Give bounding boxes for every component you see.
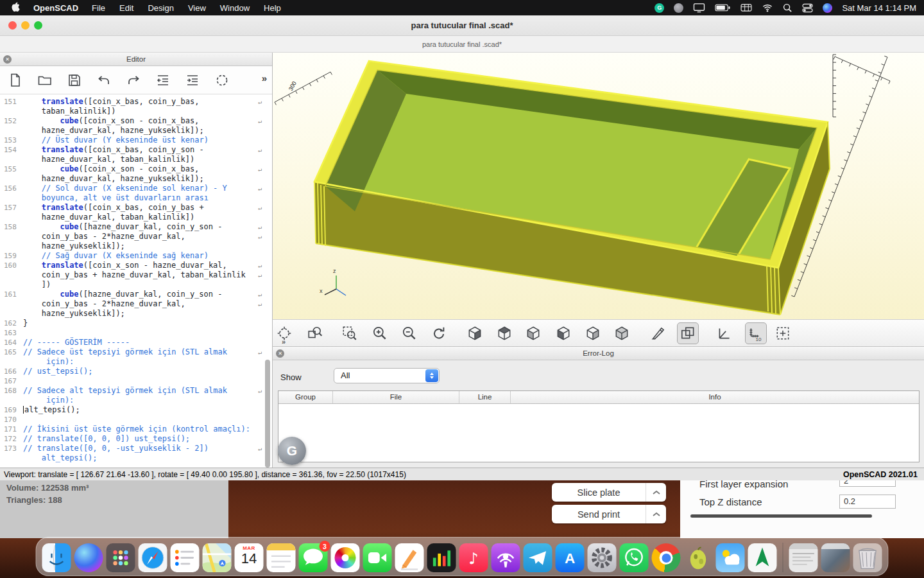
- show-crosshairs-button[interactable]: [772, 322, 794, 344]
- orthogonal-button[interactable]: [677, 322, 699, 344]
- view-all-button[interactable]: [273, 322, 295, 344]
- dock-calendar-icon[interactable]: MAR14: [235, 543, 264, 572]
- close-icon[interactable]: ✕: [3, 55, 12, 64]
- dock-settings-icon[interactable]: [588, 543, 617, 572]
- slicer-volume: Volume: 122538 mm³: [0, 480, 228, 493]
- error-log-title: Error-Log: [583, 349, 614, 357]
- display-icon[interactable]: [693, 3, 705, 13]
- close-icon[interactable]: ✕: [276, 349, 284, 358]
- dock-music-icon[interactable]: ♪: [459, 543, 488, 572]
- show-scale-button[interactable]: 10: [745, 322, 767, 344]
- menu-file[interactable]: File: [92, 3, 105, 13]
- first-layer-input[interactable]: 2: [839, 480, 896, 487]
- log-filter-dropdown[interactable]: All: [334, 368, 440, 383]
- 3d-viewport[interactable]: 300: [273, 53, 924, 319]
- chevron-up-icon[interactable]: [646, 505, 666, 523]
- spotlight-icon[interactable]: [783, 3, 792, 13]
- battery-icon[interactable]: [715, 3, 731, 12]
- zoom-in-button[interactable]: [369, 322, 391, 344]
- column-header-info[interactable]: Info: [511, 391, 919, 403]
- editor-scrollbar[interactable]: [265, 360, 270, 468]
- dock-notes-icon[interactable]: [267, 543, 296, 572]
- zoom-window-button[interactable]: [339, 322, 361, 344]
- grammarly-icon[interactable]: G: [654, 3, 664, 13]
- menu-bar-clock[interactable]: Sat Mar 14 1:14 PM: [842, 3, 916, 13]
- zoom-out-button[interactable]: [398, 322, 420, 344]
- view-front-button[interactable]: [582, 322, 604, 344]
- active-app-name[interactable]: OpenSCAD: [33, 3, 78, 13]
- view-diagonal-button[interactable]: [647, 322, 669, 344]
- indent-button[interactable]: [184, 71, 201, 89]
- reset-view-button[interactable]: [428, 322, 450, 344]
- dock-launchpad-icon[interactable]: [107, 543, 135, 572]
- dock-podcasts-icon[interactable]: [492, 543, 520, 572]
- unindent-button[interactable]: [154, 71, 172, 89]
- minimize-button[interactable]: [21, 21, 30, 30]
- view-left-button[interactable]: [552, 322, 574, 344]
- code-row: için):: [0, 396, 272, 405]
- dock-trash-icon[interactable]: [853, 543, 882, 572]
- dock-facetime-icon[interactable]: [363, 543, 392, 572]
- column-header-file[interactable]: File: [333, 391, 459, 403]
- dock-window-1-icon[interactable]: [789, 543, 818, 572]
- wifi-icon[interactable]: [762, 3, 773, 12]
- dock-reminders-icon[interactable]: [171, 543, 200, 572]
- open-file-button[interactable]: [36, 71, 54, 89]
- slice-plate-button[interactable]: Slice plate: [552, 483, 666, 502]
- column-header-group[interactable]: Group: [278, 391, 333, 403]
- undo-button[interactable]: [95, 71, 113, 89]
- menu-view[interactable]: View: [188, 3, 206, 13]
- dock: MAR143♪A: [36, 537, 889, 576]
- menu-edit[interactable]: Edit: [119, 3, 133, 13]
- siri-icon[interactable]: [823, 3, 832, 13]
- apple-menu-icon[interactable]: [10, 1, 20, 14]
- layer-slider[interactable]: [690, 514, 872, 518]
- view-top-button[interactable]: [493, 322, 515, 344]
- column-header-line[interactable]: Line: [459, 391, 511, 403]
- code-editor[interactable]: 151translate([coin_x_bas, coin_y_bas,↵ta…: [0, 94, 272, 468]
- dock-messages-icon[interactable]: 3: [299, 543, 328, 572]
- dock-safari-icon[interactable]: [139, 543, 167, 572]
- dock-siri-icon[interactable]: [74, 543, 103, 572]
- close-button[interactable]: [8, 21, 17, 30]
- view-back-button[interactable]: [611, 322, 633, 344]
- preview-button[interactable]: [213, 71, 231, 89]
- keyboard-icon[interactable]: [740, 3, 752, 12]
- line-number: 172: [0, 434, 23, 444]
- menu-window[interactable]: Window: [220, 3, 250, 13]
- new-file-button[interactable]: [6, 71, 24, 89]
- dock-telegram-icon[interactable]: [524, 543, 552, 572]
- toolbar-overflow-icon[interactable]: »: [262, 73, 267, 83]
- dock-pages-icon[interactable]: [395, 543, 424, 572]
- view-bottom-button[interactable]: [522, 322, 544, 344]
- dock-whatsapp-icon[interactable]: [620, 543, 649, 572]
- zoom-fit-button[interactable]: [304, 322, 326, 344]
- dropdown-stepper-icon[interactable]: [425, 369, 438, 382]
- view-right-button[interactable]: [464, 322, 486, 344]
- dock-photos-icon[interactable]: [331, 543, 360, 572]
- redo-button[interactable]: [124, 71, 142, 89]
- dock-chrome-icon[interactable]: [652, 543, 681, 572]
- dock-navigation-icon[interactable]: [748, 543, 777, 572]
- dock-game-icon[interactable]: [684, 543, 713, 572]
- send-print-button[interactable]: Send print: [552, 505, 666, 523]
- extra-icon[interactable]: [674, 3, 683, 13]
- dock-maps-icon[interactable]: [203, 543, 232, 572]
- top-z-input[interactable]: 0.2: [839, 495, 896, 509]
- chevron-up-icon[interactable]: [646, 483, 666, 502]
- line-number: [0, 241, 23, 251]
- code-row: 157translate([coin_x_bas, coin_y_bas +↵: [0, 203, 272, 213]
- menu-design[interactable]: Design: [148, 3, 173, 13]
- show-axes-button[interactable]: [714, 322, 735, 344]
- save-button[interactable]: [65, 71, 83, 89]
- dock-weather-icon[interactable]: [716, 543, 745, 572]
- dock-finder-icon[interactable]: [42, 543, 71, 572]
- zoom-button[interactable]: [34, 21, 42, 30]
- dock-app-store-icon[interactable]: A: [556, 543, 585, 572]
- grammarly-widget-icon[interactable]: G: [278, 437, 306, 465]
- control-center-icon[interactable]: [802, 3, 813, 13]
- dock-window-2-icon[interactable]: [821, 543, 850, 572]
- dock-stocks-icon[interactable]: [427, 543, 456, 572]
- menu-help[interactable]: Help: [264, 3, 281, 13]
- line-number: 165: [0, 347, 23, 357]
